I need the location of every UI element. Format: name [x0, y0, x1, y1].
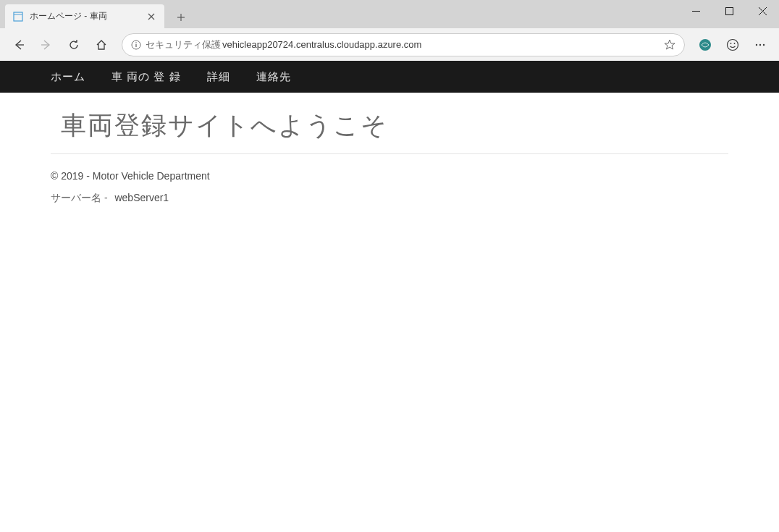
svg-rect-7: [725, 7, 733, 14]
server-label: サーバー名 -: [51, 192, 108, 203]
refresh-button[interactable]: [62, 33, 85, 56]
divider: [51, 153, 728, 154]
copyright-text: © 2019 - Motor Vehicle Department: [51, 170, 728, 182]
minimize-button[interactable]: [679, 0, 712, 22]
forward-button[interactable]: [35, 33, 58, 56]
nav-contact[interactable]: 連絡先: [243, 70, 304, 84]
browser-toolbar: セキュリティ保護 vehicleapp20724.centralus.cloud…: [0, 28, 779, 61]
info-icon[interactable]: [131, 40, 141, 50]
extension-icon[interactable]: [694, 33, 717, 56]
svg-point-19: [756, 43, 757, 45]
address-bar[interactable]: セキュリティ保護 vehicleapp20724.centralus.cloud…: [122, 33, 685, 56]
close-window-button[interactable]: [746, 0, 779, 22]
tab-title: ホームページ - 車両: [30, 10, 146, 22]
svg-point-18: [734, 43, 736, 44]
svg-point-15: [699, 39, 711, 51]
new-tab-button[interactable]: [170, 7, 192, 28]
server-info: サーバー名 - webServer1: [51, 192, 728, 205]
svg-point-20: [759, 43, 761, 45]
favorite-icon[interactable]: [664, 39, 675, 51]
svg-point-16: [728, 39, 738, 50]
home-button[interactable]: [90, 33, 113, 56]
close-tab-icon[interactable]: [146, 11, 157, 22]
window-controls: [679, 0, 779, 22]
nav-register[interactable]: 車 両の 登 録: [98, 70, 194, 84]
nav-home[interactable]: ホーム: [51, 70, 98, 84]
page-icon: [12, 11, 24, 22]
nav-details[interactable]: 詳細: [194, 70, 243, 84]
site-navbar: ホーム 車 両の 登 録 詳細 連絡先: [0, 61, 779, 93]
page-content: 車両登録サイトへようこそ © 2019 - Motor Vehicle Depa…: [0, 93, 779, 214]
page-heading: 車両登録サイトへようこそ: [51, 101, 728, 153]
svg-point-21: [763, 43, 765, 45]
browser-tab-strip: ホームページ - 車両: [0, 0, 779, 28]
maximize-button[interactable]: [712, 0, 746, 22]
menu-button[interactable]: [749, 33, 772, 56]
url-text: vehicleapp20724.centralus.cloudapp.azure…: [222, 39, 664, 50]
svg-point-17: [730, 43, 732, 44]
svg-point-14: [135, 42, 137, 43]
svg-rect-0: [14, 12, 22, 21]
security-label: セキュリティ保護: [146, 38, 221, 51]
server-name: webServer1: [114, 192, 169, 203]
back-button[interactable]: [7, 33, 30, 56]
browser-tab[interactable]: ホームページ - 車両: [5, 4, 164, 28]
smiley-icon[interactable]: [721, 33, 744, 56]
